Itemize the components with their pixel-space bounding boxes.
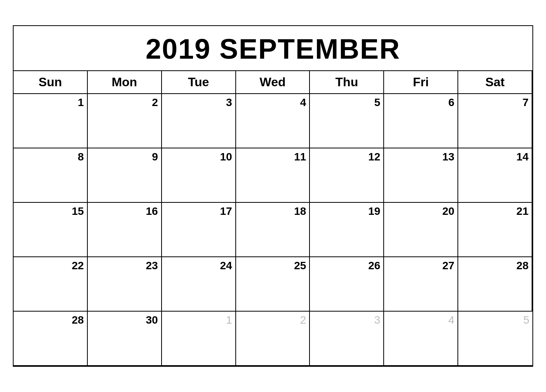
day-cell[interactable]: 30 xyxy=(88,312,162,366)
calendar-grid: Sun Mon Tue Wed Thu Fri Sat 1 2 3 4 5 6 … xyxy=(14,71,532,366)
day-cell[interactable]: 7 xyxy=(458,94,532,148)
header-thu: Thu xyxy=(310,71,384,94)
day-cell[interactable]: 16 xyxy=(88,203,162,257)
day-cell[interactable]: 27 xyxy=(384,257,458,312)
day-cell[interactable]: 4 xyxy=(236,94,310,148)
day-cell[interactable]: 6 xyxy=(384,94,458,148)
header-fri: Fri xyxy=(384,71,458,94)
day-cell[interactable]: 9 xyxy=(88,148,162,203)
day-cell[interactable]: 25 xyxy=(236,257,310,312)
header-sun: Sun xyxy=(14,71,88,94)
day-cell-overflow[interactable]: 1 xyxy=(162,312,236,366)
day-cell[interactable]: 21 xyxy=(458,203,532,257)
day-cell[interactable]: 5 xyxy=(310,94,384,148)
day-cell[interactable]: 2 xyxy=(88,94,162,148)
day-cell[interactable]: 11 xyxy=(236,148,310,203)
day-cell[interactable]: 10 xyxy=(162,148,236,203)
day-cell[interactable]: 12 xyxy=(310,148,384,203)
day-cell[interactable]: 22 xyxy=(14,257,88,312)
day-cell[interactable]: 1 xyxy=(14,94,88,148)
header-sat: Sat xyxy=(458,71,532,94)
day-cell[interactable]: 24 xyxy=(162,257,236,312)
day-cell[interactable]: 18 xyxy=(236,203,310,257)
day-cell[interactable]: 23 xyxy=(88,257,162,312)
day-cell-overflow[interactable]: 4 xyxy=(384,312,458,366)
header-mon: Mon xyxy=(88,71,162,94)
day-cell[interactable]: 19 xyxy=(310,203,384,257)
day-cell[interactable]: 20 xyxy=(384,203,458,257)
calendar: 2019 SEPTEMBER Sun Mon Tue Wed Thu Fri S… xyxy=(13,25,533,367)
day-cell[interactable]: 17 xyxy=(162,203,236,257)
day-cell-overflow[interactable]: 3 xyxy=(310,312,384,366)
header-wed: Wed xyxy=(236,71,310,94)
header-tue: Tue xyxy=(162,71,236,94)
day-cell[interactable]: 15 xyxy=(14,203,88,257)
day-cell-overflow[interactable]: 2 xyxy=(236,312,310,366)
day-cell[interactable]: 3 xyxy=(162,94,236,148)
day-cell[interactable]: 14 xyxy=(458,148,532,203)
day-cell[interactable]: 28 xyxy=(14,312,88,366)
day-cell-overflow[interactable]: 5 xyxy=(458,312,532,366)
day-cell[interactable]: 8 xyxy=(14,148,88,203)
day-cell[interactable]: 26 xyxy=(310,257,384,312)
day-cell[interactable]: 13 xyxy=(384,148,458,203)
day-cell[interactable]: 28 xyxy=(458,257,532,312)
calendar-title: 2019 SEPTEMBER xyxy=(14,26,532,71)
